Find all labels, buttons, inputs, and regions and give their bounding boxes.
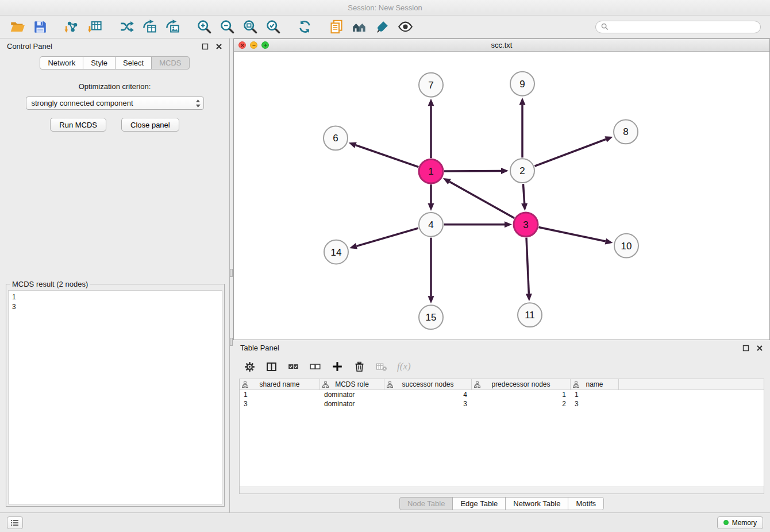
open-session-button[interactable]: [6, 17, 29, 37]
column-header-label: successor nodes: [402, 380, 453, 388]
show-panels-button[interactable]: [7, 516, 23, 529]
graph-node-1[interactable]: 1: [419, 159, 443, 183]
show-hide-button[interactable]: [394, 17, 417, 37]
apply-layout-button[interactable]: [293, 17, 316, 37]
network-window-title: scc.txt: [491, 41, 513, 49]
copy-view-button[interactable]: [325, 17, 348, 37]
graph-node-15[interactable]: 15: [419, 305, 443, 329]
graph-node-2[interactable]: 2: [510, 159, 534, 183]
tab-node-table[interactable]: Node Table: [399, 497, 453, 510]
network-window: scc.txt 7968124314101511: [233, 38, 770, 340]
edge-3-10[interactable]: [539, 228, 606, 241]
graph-node-11[interactable]: 11: [518, 303, 542, 327]
add-column-button[interactable]: [331, 360, 344, 373]
column-header-mcds-role[interactable]: MCDS role: [320, 379, 384, 390]
network-edit-button[interactable]: [115, 17, 138, 37]
edge-4-14[interactable]: [357, 228, 418, 246]
app-window: { "window": {"title": "Session: New Sess…: [0, 0, 770, 532]
column-header-shared-name[interactable]: shared name: [240, 379, 320, 390]
graph-node-9[interactable]: 9: [510, 72, 534, 96]
export-image-button[interactable]: [161, 17, 184, 37]
edge-arrowhead: [428, 203, 434, 211]
table-horizontal-scrollbar[interactable]: [239, 487, 764, 494]
delete-column-button[interactable]: [353, 361, 365, 373]
zoom-selected-button[interactable]: [261, 17, 284, 37]
column-header-predecessor-nodes[interactable]: predecessor nodes: [472, 379, 571, 390]
node-label: 6: [333, 133, 338, 144]
zoom-in-button[interactable]: [192, 17, 215, 37]
save-session-button[interactable]: [29, 17, 52, 37]
graph-node-8[interactable]: 8: [614, 120, 638, 144]
graph-node-10[interactable]: 10: [614, 234, 638, 258]
import-network-button[interactable]: [60, 17, 83, 37]
column-header-name[interactable]: name: [571, 379, 619, 390]
tab-network-table[interactable]: Network Table: [505, 497, 568, 510]
tab-motifs[interactable]: Motifs: [568, 497, 604, 510]
graph-node-6[interactable]: 6: [324, 126, 348, 150]
network-table-button[interactable]: [138, 17, 161, 37]
table-row[interactable]: 1dominator411: [240, 390, 764, 399]
graph-node-4[interactable]: 4: [419, 213, 443, 237]
close-panel-icon[interactable]: [215, 43, 222, 50]
maximize-window-button[interactable]: [261, 41, 269, 49]
status-bar: Memory: [0, 512, 770, 532]
main-toolbar: [0, 16, 770, 38]
memory-button[interactable]: Memory: [717, 516, 763, 529]
edge-2-3[interactable]: [523, 184, 524, 203]
float-table-panel-icon[interactable]: [742, 345, 749, 352]
import-table-button[interactable]: [83, 17, 106, 37]
memory-label: Memory: [732, 519, 757, 527]
zoom-fit-button[interactable]: [238, 17, 261, 37]
column-type-icon: [474, 381, 480, 388]
overview-button[interactable]: [348, 17, 371, 37]
edge-3-1[interactable]: [449, 182, 514, 218]
minimize-window-button[interactable]: [250, 41, 257, 49]
tab-style[interactable]: Style: [83, 56, 116, 70]
table-row[interactable]: 3dominator323: [240, 399, 764, 408]
run-mcds-button[interactable]: Run MCDS: [50, 118, 106, 132]
optimization-dropdown[interactable]: strongly connected component: [26, 97, 204, 110]
edge-1-2[interactable]: [444, 171, 501, 171]
search-input[interactable]: [612, 22, 755, 31]
graph-node-7[interactable]: 7: [419, 73, 443, 97]
close-panel-button[interactable]: Close panel: [121, 118, 179, 132]
close-table-panel-icon[interactable]: [756, 345, 763, 352]
mcds-result-list[interactable]: 13: [8, 290, 222, 504]
columns-icon: [265, 361, 278, 373]
tab-mcds[interactable]: MCDS: [151, 56, 189, 70]
column-header-successor-nodes[interactable]: successor nodes: [384, 379, 472, 390]
graph-node-3[interactable]: 3: [514, 213, 538, 237]
edge-arrowhead: [505, 221, 512, 228]
show-columns-button[interactable]: [265, 361, 278, 373]
tab-network[interactable]: Network: [40, 56, 83, 70]
edge-2-8[interactable]: [535, 139, 606, 166]
tab-edge-table[interactable]: Edge Table: [452, 497, 506, 510]
edge-arrowhead: [428, 99, 434, 106]
zoom-out-button[interactable]: [215, 17, 238, 37]
select-all-rows-button[interactable]: [287, 361, 299, 373]
vertical-splitter-grip[interactable]: [230, 338, 233, 346]
edge-arrowhead: [501, 168, 509, 174]
window-controls: [238, 41, 269, 49]
node-label: 7: [428, 80, 433, 91]
edge-1-6[interactable]: [356, 145, 418, 167]
close-window-button[interactable]: [238, 41, 246, 49]
node-label: 4: [428, 219, 433, 230]
table-body: 1dominator4113dominator323: [240, 390, 764, 408]
deselect-all-rows-button[interactable]: [309, 361, 321, 373]
graph-node-14[interactable]: 14: [324, 240, 348, 264]
import-table-icon: [87, 19, 103, 34]
tab-select[interactable]: Select: [115, 56, 152, 70]
network-graph-canvas[interactable]: 7968124314101511: [234, 52, 769, 340]
table-cell: 2: [472, 400, 571, 408]
table-cell: dominator: [320, 391, 384, 399]
edge-arrowhead: [605, 136, 613, 142]
function-builder-button[interactable]: f(x): [397, 361, 411, 372]
style-button[interactable]: [371, 17, 394, 37]
edge-3-11[interactable]: [526, 238, 529, 294]
float-panel-icon[interactable]: [202, 43, 209, 50]
table-cell: 1: [571, 391, 619, 399]
vertical-splitter-grip[interactable]: [230, 269, 233, 277]
delete-table-button[interactable]: [375, 361, 387, 373]
table-mode-button[interactable]: [244, 361, 256, 373]
